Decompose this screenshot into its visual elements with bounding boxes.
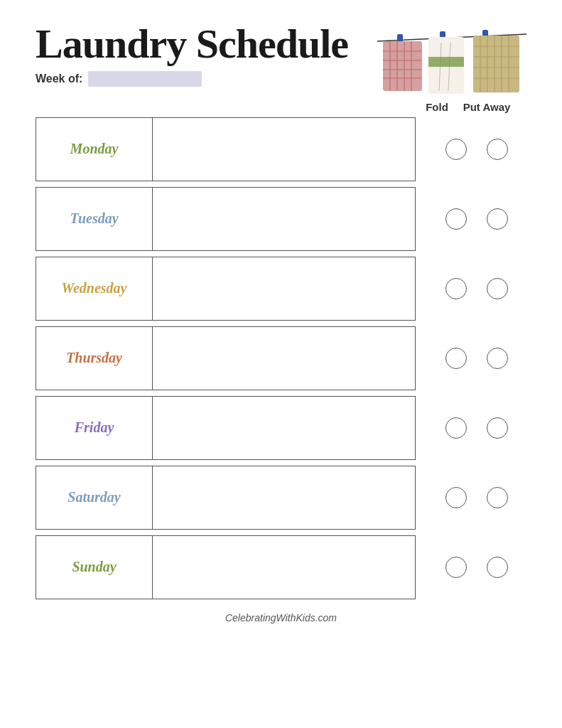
fold-checkbox-friday[interactable] — [445, 417, 467, 439]
put-away-checkbox-thursday[interactable] — [487, 348, 508, 369]
day-label-saturday: Saturday — [67, 489, 120, 505]
checkboxes-wednesday — [427, 257, 526, 321]
day-row-wednesday: Wednesday — [36, 257, 526, 321]
put-away-checkbox-monday[interactable] — [487, 139, 508, 160]
footer: CelebratingWithKids.com — [36, 612, 526, 623]
put-away-checkbox-sunday[interactable] — [487, 557, 508, 578]
notes-cell-thursday[interactable] — [152, 326, 416, 390]
day-row-friday: Friday — [36, 396, 526, 460]
day-label-wednesday: Wednesday — [62, 280, 127, 296]
svg-rect-14 — [428, 57, 464, 67]
checkboxes-tuesday — [427, 187, 526, 251]
day-label-sunday: Sunday — [72, 559, 116, 575]
svg-rect-4 — [383, 41, 422, 91]
put-away-checkbox-saturday[interactable] — [487, 487, 508, 508]
header: Laundry Schedule Week of: — [36, 21, 526, 87]
day-cell-friday: Friday — [36, 396, 153, 460]
fold-checkbox-monday[interactable] — [445, 139, 467, 160]
put-away-checkbox-wednesday[interactable] — [487, 278, 508, 299]
notes-cell-wednesday[interactable] — [152, 257, 416, 321]
day-row-sunday: Sunday — [36, 535, 526, 599]
fold-checkbox-tuesday[interactable] — [445, 208, 467, 230]
day-label-thursday: Thursday — [66, 350, 122, 366]
day-row-tuesday: Tuesday — [36, 187, 526, 251]
footer-text: CelebratingWithKids.com — [225, 612, 337, 623]
fold-checkbox-thursday[interactable] — [445, 348, 467, 369]
days-container: Monday Tuesday Wednesday — [36, 117, 526, 599]
clothesline-illustration — [370, 21, 534, 135]
checkboxes-saturday — [427, 466, 526, 530]
notes-cell-sunday[interactable] — [152, 535, 416, 599]
day-row-saturday: Saturday — [36, 466, 526, 530]
day-cell-tuesday: Tuesday — [36, 187, 153, 251]
fold-checkbox-sunday[interactable] — [445, 557, 467, 578]
put-away-checkbox-friday[interactable] — [487, 417, 508, 439]
checkboxes-thursday — [427, 326, 526, 390]
put-away-checkbox-tuesday[interactable] — [487, 208, 508, 230]
day-cell-monday: Monday — [36, 117, 153, 181]
day-cell-wednesday: Wednesday — [36, 257, 153, 321]
fold-checkbox-wednesday[interactable] — [445, 278, 467, 299]
fold-checkbox-saturday[interactable] — [445, 487, 467, 508]
day-label-friday: Friday — [75, 419, 114, 436]
day-cell-sunday: Sunday — [36, 535, 153, 599]
week-of-input[interactable] — [88, 71, 202, 87]
checkboxes-friday — [427, 396, 526, 460]
day-row-thursday: Thursday — [36, 326, 526, 390]
notes-cell-tuesday[interactable] — [152, 187, 416, 251]
notes-cell-saturday[interactable] — [152, 466, 416, 530]
notes-cell-friday[interactable] — [152, 396, 416, 460]
day-label-tuesday: Tuesday — [70, 210, 118, 227]
week-of-label: Week of: — [36, 73, 82, 85]
checkboxes-sunday — [427, 535, 526, 599]
day-label-monday: Monday — [70, 141, 119, 157]
day-cell-thursday: Thursday — [36, 326, 153, 390]
day-cell-saturday: Saturday — [36, 466, 153, 530]
schedule-area: Fold Put Away Monday Tuesday We — [36, 101, 526, 599]
page: Laundry Schedule Week of: — [0, 0, 562, 728]
